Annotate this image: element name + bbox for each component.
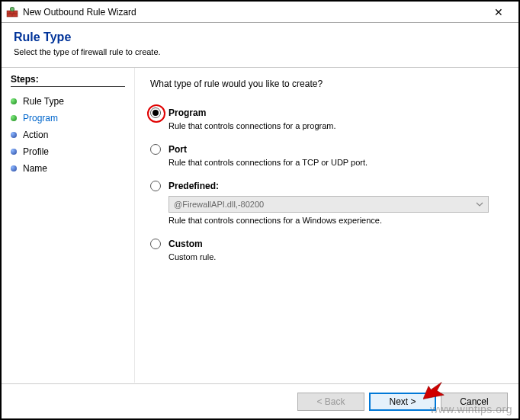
step-rule-type[interactable]: Rule Type — [11, 93, 125, 110]
option-predefined: Predefined: @FirewallAPI.dll,-80200 Rule… — [150, 181, 503, 225]
step-action[interactable]: Action — [11, 127, 125, 143]
option-custom-row[interactable]: Custom — [150, 239, 503, 249]
cancel-button[interactable]: Cancel — [441, 393, 508, 411]
wizard-body: Steps: Rule Type Program Action Profile … — [2, 68, 518, 383]
option-custom-label: Custom — [169, 239, 203, 249]
option-program-label: Program — [169, 107, 206, 118]
firewall-icon — [6, 6, 18, 18]
step-label: Name — [23, 163, 47, 174]
option-custom: Custom Custom rule. — [150, 239, 503, 261]
step-label: Rule Type — [23, 96, 64, 107]
step-dot-icon — [11, 115, 17, 121]
option-program-row[interactable]: Program — [150, 107, 503, 118]
highlight-ring-icon — [147, 104, 165, 123]
steps-heading: Steps: — [11, 74, 125, 85]
step-dot-icon — [11, 132, 17, 138]
option-custom-desc: Custom rule. — [169, 252, 503, 261]
next-button[interactable]: Next > — [369, 393, 436, 411]
option-program-desc: Rule that controls connections for a pro… — [169, 121, 503, 130]
option-port-label: Port — [169, 144, 187, 155]
wizard-footer: < Back Next > Cancel — [2, 383, 518, 418]
svg-point-7 — [11, 8, 14, 11]
step-profile[interactable]: Profile — [11, 143, 125, 160]
option-program: Program Rule that controls connections f… — [150, 107, 503, 130]
radio-port[interactable] — [150, 144, 161, 155]
step-label: Program — [23, 113, 58, 123]
option-predefined-desc: Rule that controls connections for a Win… — [169, 216, 503, 225]
steps-sidebar: Steps: Rule Type Program Action Profile … — [2, 68, 135, 383]
option-port-row[interactable]: Port — [150, 144, 503, 155]
chevron-down-icon — [476, 200, 483, 208]
step-program[interactable]: Program — [11, 110, 125, 127]
step-dot-icon — [11, 98, 17, 104]
radio-program[interactable] — [150, 107, 161, 118]
step-dot-icon — [11, 149, 17, 155]
option-predefined-row[interactable]: Predefined: — [150, 181, 503, 191]
radio-custom[interactable] — [150, 239, 161, 249]
predefined-dropdown-value: @FirewallAPI.dll,-80200 — [174, 200, 264, 209]
option-port-desc: Rule that controls connections for a TCP… — [169, 158, 503, 167]
page-subtitle: Select the type of firewall rule to crea… — [14, 47, 506, 56]
page-title: Rule Type — [14, 30, 506, 44]
titlebar: New Outbound Rule Wizard ✕ — [2, 2, 518, 23]
window-title: New Outbound Rule Wizard — [23, 7, 483, 18]
step-label: Profile — [23, 146, 49, 157]
back-button: < Back — [297, 393, 364, 411]
radio-predefined[interactable] — [150, 181, 161, 191]
close-button[interactable]: ✕ — [483, 6, 514, 18]
step-label: Action — [23, 130, 48, 140]
wizard-header: Rule Type Select the type of firewall ru… — [2, 23, 518, 63]
predefined-dropdown: @FirewallAPI.dll,-80200 — [169, 196, 489, 213]
option-predefined-label: Predefined: — [169, 181, 219, 191]
prompt-text: What type of rule would you like to crea… — [150, 79, 503, 89]
option-port: Port Rule that controls connections for … — [150, 144, 503, 167]
steps-underline — [11, 86, 125, 87]
main-panel: What type of rule would you like to crea… — [135, 68, 518, 383]
step-name[interactable]: Name — [11, 160, 125, 177]
step-dot-icon — [11, 165, 17, 172]
